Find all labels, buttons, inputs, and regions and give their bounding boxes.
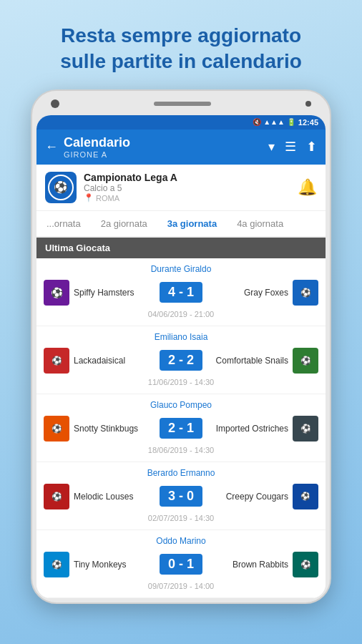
league-info: ⚽ Campionato Lega A Calcio a 5 📍 ROMA 🔔 bbox=[36, 165, 326, 211]
tab-giornata-2[interactable]: 2a giornata bbox=[91, 211, 157, 238]
app-title: Calendario bbox=[64, 135, 130, 150]
home-team-logo: ⚽ bbox=[44, 416, 69, 441]
match-datetime: 09/07/2019 - 14:00 bbox=[44, 579, 318, 595]
status-icons: 🔇 ▲▲▲ 🔋 bbox=[253, 118, 295, 126]
app-bar-left: ← Calendario GIRONE A bbox=[45, 135, 130, 159]
match-card: Glauco Pompeo ⚽ Snotty Stinkbugs 2 - 1 I… bbox=[36, 394, 326, 462]
bell-icon[interactable]: 🔔 bbox=[298, 178, 317, 197]
league-logo: ⚽ bbox=[45, 172, 77, 203]
home-team-logo: ⚽ bbox=[44, 348, 69, 374]
away-team-logo: ⚽ bbox=[293, 280, 318, 306]
status-bar: 🔇 ▲▲▲ 🔋 12:45 bbox=[36, 115, 326, 130]
speaker bbox=[154, 102, 211, 106]
away-team: Comfortable Snails ⚽ bbox=[202, 348, 318, 374]
league-logo-inner: ⚽ bbox=[48, 175, 74, 200]
section-header: Ultima Giocata bbox=[36, 238, 326, 258]
away-team-name: Brown Rabbits bbox=[233, 560, 288, 570]
match-datetime: 04/06/2019 - 21:00 bbox=[44, 307, 318, 323]
away-team: Imported Ostriches ⚽ bbox=[202, 416, 318, 441]
front-camera bbox=[51, 99, 59, 108]
score: 4 - 1 bbox=[160, 282, 202, 303]
tab-giornata-1[interactable]: ...ornata bbox=[36, 211, 91, 238]
away-team-logo: ⚽ bbox=[293, 348, 318, 374]
match-row: ⚽ Melodic Louses 3 - 0 Creepy Cougars ⚽ bbox=[44, 482, 318, 511]
score: 2 - 2 bbox=[160, 350, 202, 371]
home-team: ⚽ Snotty Stinkbugs bbox=[44, 416, 160, 441]
home-team-name: Tiny Monkeys bbox=[74, 560, 127, 570]
away-team-name: Gray Foxes bbox=[244, 288, 288, 298]
tab-giornata-4[interactable]: 4a giornata bbox=[227, 211, 293, 238]
tabs: ...ornata 2a giornata 3a giornata 4a gio… bbox=[36, 211, 326, 238]
sensor bbox=[305, 101, 311, 107]
score: 0 - 1 bbox=[160, 554, 202, 575]
home-team: ⚽ Lackadaisical bbox=[44, 348, 160, 374]
app-bar-right: ▾ ☰ ⬆ bbox=[268, 139, 317, 155]
home-team-name: Lackadaisical bbox=[74, 356, 125, 366]
status-time: 12:45 bbox=[298, 118, 318, 127]
match-card: Durante Giraldo ⚽ Spiffy Hamsters 4 - 1 … bbox=[36, 258, 326, 326]
match-card: Oddo Marino ⚽ Tiny Monkeys 0 - 1 Brown R… bbox=[36, 530, 326, 598]
screen: 🔇 ▲▲▲ 🔋 12:45 ← Calendario GIRONE A ▾ ☰ … bbox=[36, 115, 326, 598]
home-team: ⚽ Tiny Monkeys bbox=[44, 552, 160, 577]
home-team-name: Spiffy Hamsters bbox=[74, 288, 134, 298]
hero-line2: sulle partite in calendario bbox=[60, 50, 302, 72]
home-team-name: Melodic Louses bbox=[74, 492, 133, 502]
dropdown-icon[interactable]: ▾ bbox=[268, 139, 275, 155]
league-name: Campionato Lega A bbox=[84, 172, 177, 183]
match-card: Berardo Ermanno ⚽ Melodic Louses 3 - 0 C… bbox=[36, 462, 326, 530]
app-bar: ← Calendario GIRONE A ▾ ☰ ⬆ bbox=[36, 130, 326, 165]
score: 2 - 1 bbox=[160, 418, 202, 439]
away-team: Brown Rabbits ⚽ bbox=[202, 552, 318, 577]
share-icon[interactable]: ⬆ bbox=[306, 139, 317, 155]
home-team-logo: ⚽ bbox=[44, 552, 69, 577]
away-team: Creepy Cougars ⚽ bbox=[202, 484, 318, 509]
match-datetime: 18/06/2019 - 14:30 bbox=[44, 443, 318, 459]
match-card: Emiliano Isaia ⚽ Lackadaisical 2 - 2 Com… bbox=[36, 326, 326, 394]
referee-name: Emiliano Isaia bbox=[44, 332, 318, 342]
away-team-logo: ⚽ bbox=[293, 416, 318, 441]
referee-name: Durante Giraldo bbox=[44, 264, 318, 274]
away-team-name: Creepy Cougars bbox=[226, 492, 288, 502]
hero-section: Resta sempre aggiornato sulle partite in… bbox=[39, 0, 323, 89]
home-team: ⚽ Spiffy Hamsters bbox=[44, 280, 160, 306]
match-row: ⚽ Lackadaisical 2 - 2 Comfortable Snails… bbox=[44, 346, 318, 375]
away-team-logo: ⚽ bbox=[293, 484, 318, 509]
match-datetime: 11/06/2019 - 14:30 bbox=[44, 375, 318, 391]
match-datetime: 02/07/2019 - 14:30 bbox=[44, 511, 318, 527]
app-bar-title: Calendario GIRONE A bbox=[64, 135, 130, 159]
home-team-logo: ⚽ bbox=[44, 280, 69, 306]
match-row: ⚽ Tiny Monkeys 0 - 1 Brown Rabbits ⚽ bbox=[44, 550, 318, 579]
score: 3 - 0 bbox=[160, 486, 202, 507]
league-location: 📍 ROMA bbox=[84, 193, 177, 203]
pin-icon: 📍 bbox=[84, 193, 94, 203]
home-team: ⚽ Melodic Louses bbox=[44, 484, 160, 509]
match-row: ⚽ Snotty Stinkbugs 2 - 1 Imported Ostric… bbox=[44, 414, 318, 443]
hero-line1: Resta sempre aggiornato bbox=[61, 24, 301, 47]
home-team-logo: ⚽ bbox=[44, 484, 69, 509]
league-left: ⚽ Campionato Lega A Calcio a 5 📍 ROMA bbox=[45, 172, 177, 203]
phone-frame: 🔇 ▲▲▲ 🔋 12:45 ← Calendario GIRONE A ▾ ☰ … bbox=[31, 89, 331, 604]
home-team-name: Snotty Stinkbugs bbox=[74, 424, 138, 434]
league-sport: Calcio a 5 bbox=[84, 183, 177, 193]
away-team-logo: ⚽ bbox=[293, 552, 318, 577]
app-subtitle: GIRONE A bbox=[64, 150, 130, 159]
referee-name: Oddo Marino bbox=[44, 536, 318, 546]
phone-top-bar bbox=[36, 99, 326, 115]
battery-icon: 🔋 bbox=[287, 118, 295, 126]
back-button[interactable]: ← bbox=[45, 140, 58, 155]
signal-icon: ▲▲▲ bbox=[263, 118, 285, 126]
tab-giornata-3[interactable]: 3a giornata bbox=[157, 211, 227, 238]
mute-icon: 🔇 bbox=[253, 118, 261, 126]
league-text: Campionato Lega A Calcio a 5 📍 ROMA bbox=[84, 172, 177, 203]
referee-name: Berardo Ermanno bbox=[44, 468, 318, 478]
away-team: Gray Foxes ⚽ bbox=[202, 280, 318, 306]
match-row: ⚽ Spiffy Hamsters 4 - 1 Gray Foxes ⚽ bbox=[44, 278, 318, 307]
referee-name: Glauco Pompeo bbox=[44, 400, 318, 410]
list-icon[interactable]: ☰ bbox=[285, 139, 296, 155]
away-team-name: Imported Ostriches bbox=[216, 424, 288, 434]
away-team-name: Comfortable Snails bbox=[216, 356, 288, 366]
